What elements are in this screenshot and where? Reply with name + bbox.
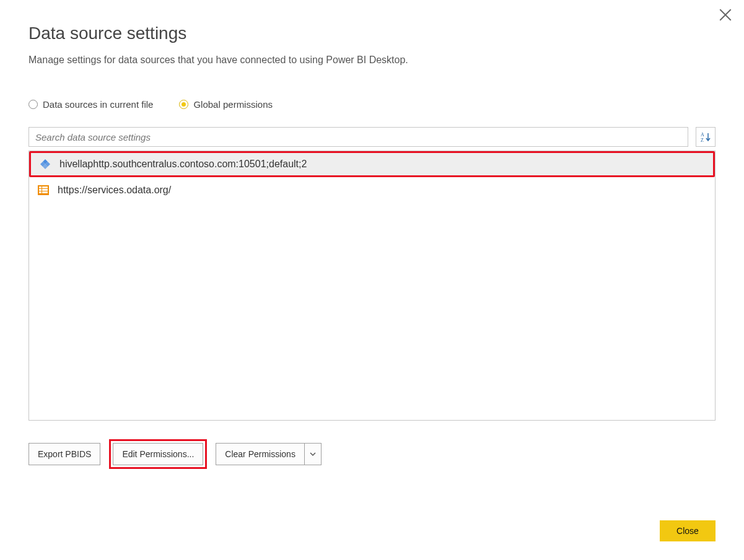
sort-az-icon: A Z	[700, 131, 711, 142]
search-input[interactable]	[28, 127, 688, 147]
close-icon[interactable]	[719, 9, 732, 21]
radio-global-label: Global permissions	[193, 99, 273, 110]
export-pbids-label: Export PBIDS	[38, 449, 91, 459]
svg-rect-10	[39, 186, 42, 188]
action-row: Export PBIDS Edit Permissions... Clear P…	[28, 439, 716, 469]
data-source-list[interactable]: hivellaphttp.southcentralus.contoso.com:…	[28, 151, 716, 421]
export-pbids-button[interactable]: Export PBIDS	[28, 443, 100, 465]
radio-current-file-label: Data sources in current file	[43, 99, 153, 110]
dialog-footer: Close	[660, 520, 716, 541]
svg-rect-12	[39, 189, 42, 191]
search-row: A Z	[28, 127, 716, 147]
svg-rect-13	[42, 189, 48, 191]
close-button-label: Close	[676, 526, 699, 536]
page-subtitle: Manage settings for data sources that yo…	[28, 55, 716, 66]
odata-icon	[37, 183, 50, 197]
data-source-label: hivellaphttp.southcentralus.contoso.com:…	[59, 159, 307, 170]
page-title: Data source settings	[28, 24, 716, 43]
hive-icon	[38, 157, 52, 171]
data-source-item[interactable]: https://services.odata.org/	[29, 177, 715, 203]
edit-permissions-highlight: Edit Permissions...	[109, 439, 207, 469]
clear-permissions-dropdown[interactable]	[304, 443, 322, 465]
svg-rect-11	[42, 186, 48, 188]
data-source-label: https://services.odata.org/	[58, 185, 171, 196]
clear-permissions-label: Clear Permissions	[225, 449, 295, 459]
svg-text:Z: Z	[701, 138, 704, 142]
chevron-down-icon	[310, 451, 316, 457]
scope-radio-group: Data sources in current file Global perm…	[28, 99, 716, 110]
radio-current-file[interactable]: Data sources in current file	[28, 99, 153, 110]
data-source-item[interactable]: hivellaphttp.southcentralus.contoso.com:…	[29, 151, 715, 177]
radio-global-permissions[interactable]: Global permissions	[179, 99, 273, 110]
clear-permissions-split-button: Clear Permissions	[216, 443, 322, 465]
close-button[interactable]: Close	[660, 520, 716, 541]
svg-rect-14	[39, 191, 42, 193]
edit-permissions-button[interactable]: Edit Permissions...	[113, 443, 203, 465]
svg-rect-15	[42, 191, 48, 193]
edit-permissions-label: Edit Permissions...	[122, 449, 194, 459]
data-source-settings-dialog: Data source settings Manage settings for…	[0, 0, 744, 560]
clear-permissions-button[interactable]: Clear Permissions	[216, 443, 304, 465]
sort-az-button[interactable]: A Z	[696, 127, 716, 147]
svg-text:A: A	[701, 132, 704, 138]
